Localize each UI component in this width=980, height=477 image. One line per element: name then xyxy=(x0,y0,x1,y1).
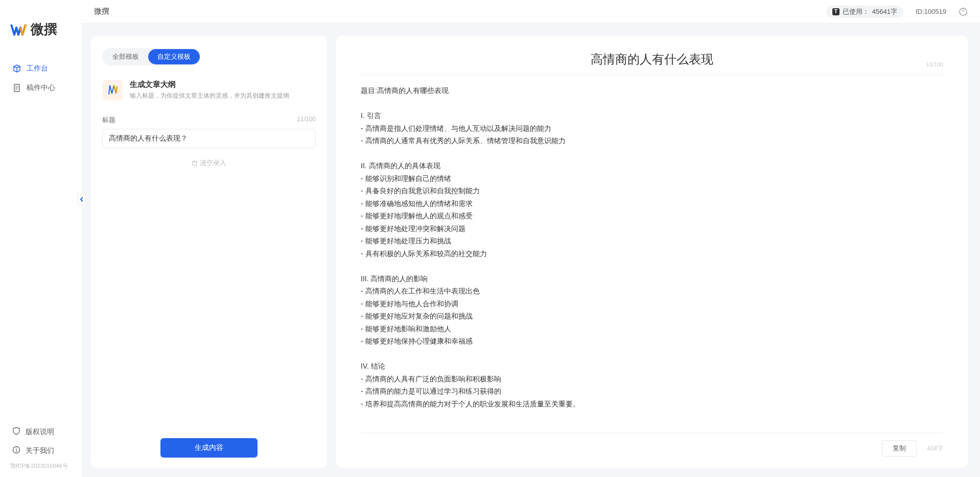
title-input[interactable] xyxy=(102,129,316,148)
about-link[interactable]: 关于我们 xyxy=(0,441,82,460)
title-char-count: 11/100 xyxy=(297,116,316,125)
nav-label: 稿件中心 xyxy=(27,83,55,93)
page-title: 微撰 xyxy=(94,7,109,16)
nav-drafts[interactable]: 稿件中心 xyxy=(0,78,82,98)
info-icon xyxy=(12,446,20,456)
usage-value: 45641字 xyxy=(872,7,897,16)
copyright-link[interactable]: 版权说明 xyxy=(0,422,82,441)
nav-label: 工作台 xyxy=(27,64,48,73)
output-panel: 高情商的人有什么表现 10/100 题目:高情商的人有哪些表现 I. 引言 - … xyxy=(336,36,968,468)
result-title: 高情商的人有什么表现 xyxy=(591,51,713,67)
svg-point-2 xyxy=(16,448,17,449)
nav-workbench[interactable]: 工作台 xyxy=(0,59,82,78)
result-word-count: 404字 xyxy=(927,444,943,453)
usage-badge: T 已使用： 45641字 xyxy=(826,6,903,18)
trash-icon xyxy=(192,160,198,166)
sidebar-nav: 工作台 稿件中心 xyxy=(0,49,82,415)
clear-input-button[interactable]: 清空录入 xyxy=(102,158,316,168)
power-icon xyxy=(959,7,968,16)
svg-rect-3 xyxy=(16,449,16,452)
doc-icon xyxy=(12,83,21,93)
topbar: 微撰 T 已使用： 45641字 ID:100519 xyxy=(82,0,980,24)
result-title-count: 10/100 xyxy=(926,61,943,67)
result-body: 题目:高情商的人有哪些表现 I. 引言 - 高情商是指人们处理情绪、与他人互动以… xyxy=(361,84,943,433)
tab-custom-templates[interactable]: 自定义模板 xyxy=(148,49,200,64)
content: 全部模板 自定义模板 生成文章大纲 输入标题，为你提供文章主体的灵感，并为其创建… xyxy=(82,24,980,477)
result-footer: 复制 404字 xyxy=(361,433,943,457)
field-label-row: 标题 11/100 xyxy=(102,116,316,125)
logo: 微撰 xyxy=(0,0,82,49)
template-tabs: 全部模板 自定义模板 xyxy=(102,48,201,65)
tab-all-templates[interactable]: 全部模板 xyxy=(103,49,148,64)
icp-text: 鄂ICP备2022016946号 xyxy=(0,460,82,470)
title-field-label: 标题 xyxy=(102,116,115,125)
shield-icon xyxy=(12,427,20,437)
sidebar: 微撰 工作台 稿件中心 版权说明 xyxy=(0,0,82,477)
sidebar-collapse-button[interactable] xyxy=(78,193,86,206)
result-title-row: 高情商的人有什么表现 10/100 xyxy=(361,51,943,75)
main: 微撰 T 已使用： 45641字 ID:100519 全部模板 自定义模板 xyxy=(82,0,980,477)
user-id: ID:100519 xyxy=(916,8,946,15)
footer-link-label: 关于我们 xyxy=(26,446,54,456)
template-title: 生成文章大纲 xyxy=(130,80,289,89)
svg-rect-6 xyxy=(193,162,197,166)
input-panel: 全部模板 自定义模板 生成文章大纲 输入标题，为你提供文章主体的灵感，并为其创建… xyxy=(91,36,327,468)
usage-icon: T xyxy=(832,8,839,15)
power-button[interactable] xyxy=(959,7,968,16)
sidebar-bottom: 版权说明 关于我们 鄂ICP备2022016946号 xyxy=(0,415,82,477)
topbar-right: T 已使用： 45641字 ID:100519 xyxy=(826,6,968,18)
chevron-left-icon xyxy=(80,197,84,202)
copy-button[interactable]: 复制 xyxy=(882,440,917,457)
logo-icon xyxy=(10,21,27,38)
usage-label: 已使用： xyxy=(843,7,869,16)
template-desc: 输入标题，为你提供文章主体的灵感，并为其创建推文提纲 xyxy=(130,92,289,100)
generate-button[interactable]: 生成内容 xyxy=(160,438,258,458)
clear-input-label: 清空录入 xyxy=(200,158,226,168)
cube-icon xyxy=(12,64,21,73)
logo-text: 微撰 xyxy=(31,20,57,38)
footer-link-label: 版权说明 xyxy=(26,427,54,437)
template-card: 生成文章大纲 输入标题，为你提供文章主体的灵感，并为其创建推文提纲 xyxy=(102,75,316,108)
template-icon xyxy=(102,80,123,100)
